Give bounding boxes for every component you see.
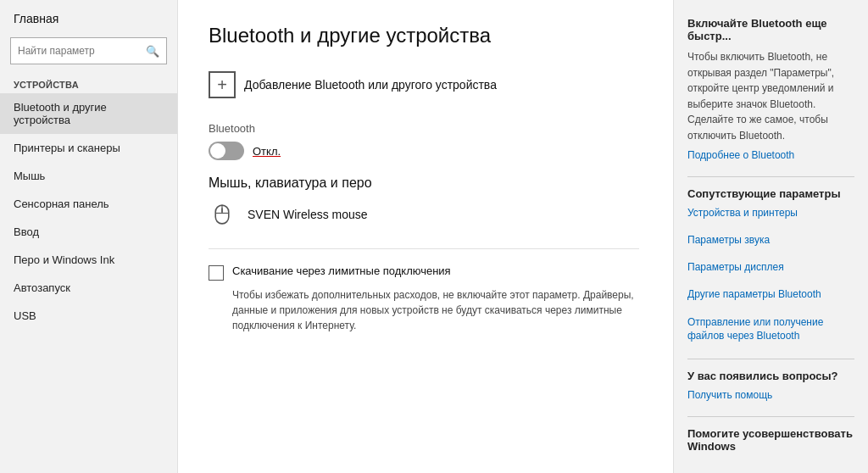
companion-link-1[interactable]: Параметры звука [687,234,854,246]
download-checkbox-label: Скачивание через лимитные подключения [232,264,451,277]
sidebar-item-mouse[interactable]: Мышь [0,162,177,190]
sidebar-item-usb[interactable]: USB [0,302,177,330]
sidebar-home[interactable]: Главная [0,0,177,34]
improve-title: Помогите усовершенствовать Windows [687,427,854,453]
download-checkbox[interactable] [209,265,224,281]
sidebar-item-printers[interactable]: Принтеры и сканеры [0,134,177,162]
mouse-section-title: Мышь, клавиатура и перо [209,175,639,191]
device-name: SVEN Wireless mouse [248,208,368,221]
bluetooth-toggle-row: Откл. [209,142,639,160]
page-title: Bluetooth и другие устройства [209,24,639,47]
bluetooth-toggle[interactable] [209,142,244,160]
quick-desc: Чтобы включить Bluetooth, не открывая ра… [687,49,854,144]
divider-2 [687,359,854,359]
quick-link[interactable]: Подробнее о Bluetooth [687,149,854,161]
search-box[interactable]: 🔍 [10,37,167,64]
sidebar-item-bluetooth[interactable]: Bluetooth и другие устройства [0,93,177,134]
companion-link-2[interactable]: Параметры дисплея [687,261,854,273]
companion-title: Сопутствующие параметры [687,187,854,200]
sidebar-item-pen[interactable]: Перо и Windows Ink [0,246,177,274]
mouse-icon [209,201,236,228]
download-checkbox-row: Скачивание через лимитные подключения [209,264,639,281]
search-input[interactable] [18,45,146,57]
main-content: Bluetooth и другие устройства + Добавлен… [178,0,673,473]
questions-title: У вас появились вопросы? [687,370,854,382]
download-section: Скачивание через лимитные подключения Чт… [209,248,639,333]
divider-3 [687,416,854,417]
add-device-button[interactable]: + Добавление Bluetooth или другого устро… [209,66,639,103]
bluetooth-section-label: Bluetooth [209,122,639,135]
divider-1 [687,176,854,177]
companion-link-0[interactable]: Устройства и принтеры [687,207,854,219]
sidebar-section-title: УСТРОЙСТВА [0,73,177,93]
sidebar-item-touchpad[interactable]: Сенсорная панель [0,190,177,218]
download-checkbox-desc: Чтобы избежать дополнительных расходов, … [232,287,639,333]
companion-link-4[interactable]: Отправление или получение файлов через B… [687,315,854,344]
add-icon: + [209,71,236,98]
toggle-knob [210,143,225,159]
companion-link-3[interactable]: Другие параметры Bluetooth [687,288,854,300]
sidebar-item-input[interactable]: Ввод [0,218,177,246]
bluetooth-toggle-label: Откл. [253,145,281,158]
questions-link[interactable]: Получить помощь [687,389,854,401]
quick-title: Включайте Bluetooth еще быстр... [687,17,854,42]
right-panel: Включайте Bluetooth еще быстр... Чтобы в… [673,0,868,473]
sidebar-item-autorun[interactable]: Автозапуск [0,274,177,302]
device-item-mouse[interactable]: SVEN Wireless mouse [209,201,639,228]
sidebar: Главная 🔍 УСТРОЙСТВА Bluetooth и другие … [0,0,178,473]
search-icon: 🔍 [146,45,159,58]
add-device-label: Добавление Bluetooth или другого устройс… [244,78,497,92]
